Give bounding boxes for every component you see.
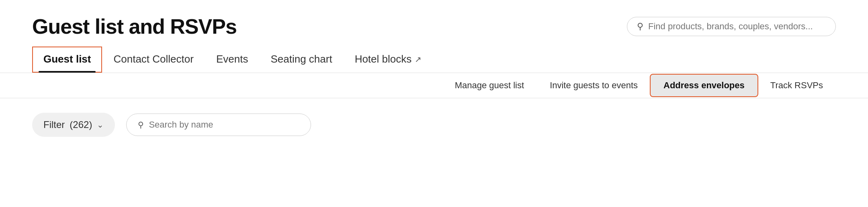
filter-count: (262) [70,119,92,130]
name-search-icon: ⚲ [138,120,144,130]
filter-label: Filter [43,119,65,130]
global-search-bar[interactable]: ⚲ [627,17,836,36]
subtab-invite-guests[interactable]: Invite guests to events [537,73,651,98]
external-link-icon: ↗ [415,55,422,64]
subtab-address-envelopes[interactable]: Address envelopes [651,75,757,96]
tabs-row: Guest list Contact Collector Events Seat… [0,47,868,73]
tab-seating-chart[interactable]: Seating chart [259,47,343,73]
page-title: Guest list and RSVPs [32,14,237,39]
tab-hotel-blocks[interactable]: Hotel blocks ↗ [344,47,433,73]
chevron-down-icon: ⌄ [97,120,104,130]
tab-guest-list[interactable]: Guest list [32,47,102,73]
global-search-input[interactable] [648,21,826,32]
subtabs-row: Manage guest list Invite guests to event… [0,73,868,98]
filter-button[interactable]: Filter (262) ⌄ [32,113,115,137]
tab-events[interactable]: Events [205,47,260,73]
tab-contact-collector[interactable]: Contact Collector [102,47,205,73]
header-area: Guest list and RSVPs ⚲ [0,0,868,47]
global-search-icon: ⚲ [637,21,643,32]
subtab-manage-guest-list[interactable]: Manage guest list [442,73,537,98]
subtab-track-rsvps[interactable]: Track RSVPs [757,73,836,98]
name-search-input[interactable] [149,120,299,130]
filter-search-row: Filter (262) ⌄ ⚲ [0,98,868,145]
name-search-bar[interactable]: ⚲ [126,114,311,136]
